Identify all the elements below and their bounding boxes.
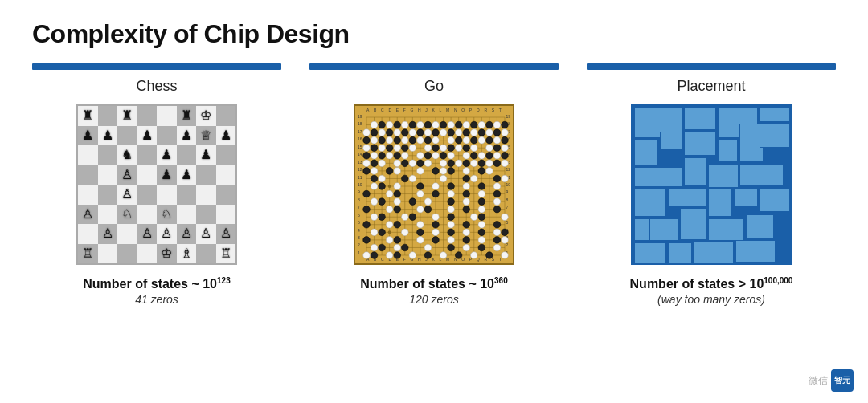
svg-point-250 xyxy=(493,229,501,236)
svg-point-123 xyxy=(379,214,386,221)
placement-rect xyxy=(684,108,716,130)
svg-point-102 xyxy=(401,175,408,182)
svg-point-49 xyxy=(409,121,416,128)
svg-point-152 xyxy=(386,121,393,128)
svg-point-98 xyxy=(432,168,440,175)
svg-point-191 xyxy=(401,152,408,159)
svg-point-195 xyxy=(463,152,470,159)
watermark-text: 微信 xyxy=(809,374,828,388)
svg-point-211 xyxy=(440,168,447,175)
chess-cell: ♙ xyxy=(117,185,137,205)
svg-point-146 xyxy=(371,252,378,259)
svg-point-236 xyxy=(478,206,485,213)
svg-point-163 xyxy=(409,129,416,136)
chess-stats-sub: 41 zeros xyxy=(83,293,230,306)
chess-cell: ♖ xyxy=(216,244,236,264)
placement-rect xyxy=(760,108,790,122)
chess-column: Chess ♜♜♜♔♟♟♟♟♕♟♞♟♟♙♟♟♙♙♘♘♙♙♙♙♙♙♖♔♗♖ Num… xyxy=(32,63,281,306)
chess-cell: ♟ xyxy=(157,145,177,165)
svg-point-178 xyxy=(493,136,501,144)
svg-point-159 xyxy=(493,121,501,128)
svg-point-127 xyxy=(363,221,371,228)
svg-point-258 xyxy=(424,244,432,251)
svg-point-86 xyxy=(470,152,477,159)
go-board: ABCDEFGHJKLMNOPQRST ABCDEFGHJKLMNOPQRST … xyxy=(354,104,514,265)
svg-point-112 xyxy=(463,190,470,197)
placement-rect xyxy=(684,132,716,156)
chess-cell xyxy=(117,126,137,146)
svg-point-110 xyxy=(394,190,401,197)
svg-point-40 xyxy=(388,230,391,234)
svg-point-66 xyxy=(379,136,386,144)
svg-point-108 xyxy=(478,183,485,190)
placement-rect xyxy=(634,218,650,241)
svg-point-217 xyxy=(470,175,477,182)
placement-rect xyxy=(718,140,738,162)
svg-point-133 xyxy=(417,229,424,236)
svg-point-225 xyxy=(417,190,424,197)
go-grid-svg xyxy=(355,106,514,265)
placement-rect xyxy=(660,132,682,149)
svg-point-150 xyxy=(486,252,493,259)
svg-point-69 xyxy=(424,136,432,144)
svg-point-167 xyxy=(470,129,477,136)
svg-point-222 xyxy=(463,183,470,190)
svg-point-156 xyxy=(448,121,455,128)
svg-point-212 xyxy=(463,168,470,175)
chess-cell: ♗ xyxy=(177,244,197,264)
svg-point-64 xyxy=(493,129,501,136)
placement-rect xyxy=(684,157,706,186)
svg-point-266 xyxy=(502,252,509,259)
svg-point-161 xyxy=(379,129,386,136)
svg-point-81 xyxy=(363,152,371,159)
chess-cell xyxy=(157,106,177,126)
svg-point-116 xyxy=(448,198,455,206)
svg-point-187 xyxy=(486,145,493,152)
svg-point-105 xyxy=(379,183,386,190)
svg-point-145 xyxy=(478,244,485,251)
chess-cell xyxy=(177,185,197,205)
chess-cell: ♘ xyxy=(117,205,137,225)
svg-point-63 xyxy=(478,129,485,136)
svg-point-246 xyxy=(371,229,378,236)
svg-point-71 xyxy=(470,136,477,144)
svg-point-68 xyxy=(409,136,416,144)
svg-point-52 xyxy=(455,121,462,128)
svg-point-55 xyxy=(502,121,509,128)
chess-cell xyxy=(98,145,118,165)
svg-point-202 xyxy=(424,160,432,167)
chess-cell: ♙ xyxy=(216,224,236,244)
svg-point-74 xyxy=(371,145,378,152)
svg-point-198 xyxy=(363,160,371,167)
svg-point-206 xyxy=(486,160,493,167)
svg-point-93 xyxy=(463,160,470,167)
svg-point-140 xyxy=(463,237,470,244)
svg-point-78 xyxy=(448,145,455,152)
chess-cell xyxy=(196,185,216,205)
svg-point-239 xyxy=(432,214,440,221)
chess-cell xyxy=(216,106,236,126)
chess-cell xyxy=(98,205,118,225)
svg-point-75 xyxy=(386,145,393,152)
svg-point-151 xyxy=(371,121,378,128)
svg-point-77 xyxy=(432,145,440,152)
chess-cell: ♙ xyxy=(177,224,197,244)
chess-cell: ♙ xyxy=(157,224,177,244)
chess-cell xyxy=(137,185,158,205)
svg-point-260 xyxy=(493,244,501,251)
chess-cell: ♙ xyxy=(137,224,158,244)
svg-point-242 xyxy=(386,221,393,228)
svg-point-53 xyxy=(470,121,477,128)
svg-point-48 xyxy=(394,121,401,128)
svg-point-76 xyxy=(401,145,408,152)
svg-point-125 xyxy=(448,214,455,221)
svg-point-103 xyxy=(463,175,470,182)
chess-cell: ♜ xyxy=(78,106,98,126)
svg-point-257 xyxy=(394,244,401,251)
svg-point-70 xyxy=(455,136,462,144)
chess-cell: ♙ xyxy=(117,165,137,185)
svg-point-148 xyxy=(424,252,432,259)
placement-rect xyxy=(634,189,666,217)
chess-cell xyxy=(216,185,236,205)
chess-label: Chess xyxy=(136,78,177,95)
